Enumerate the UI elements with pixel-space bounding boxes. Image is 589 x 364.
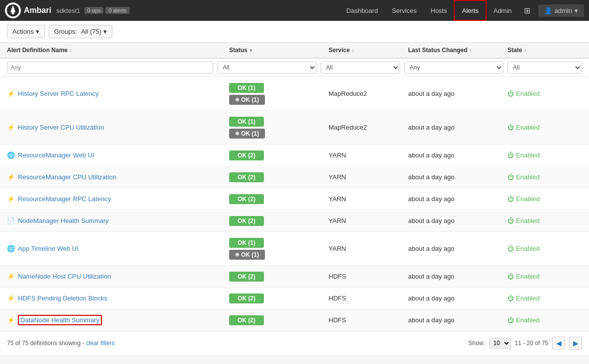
- actions-button[interactable]: Actions ▾: [7, 25, 45, 38]
- actions-caret-icon: ▾: [36, 28, 39, 35]
- col-service: Service ↕: [329, 47, 408, 54]
- power-icon: ⏻: [507, 273, 514, 280]
- last-changed-value: about a day ago: [408, 90, 454, 97]
- show-count-select[interactable]: 10 25 50: [489, 338, 511, 349]
- status-badge: OK (1): [229, 117, 264, 127]
- footer-clear-filters[interactable]: clear filters: [86, 340, 115, 347]
- col-state-sort[interactable]: ↕: [524, 48, 526, 53]
- power-icon: ⏻: [507, 195, 514, 203]
- col-name-label: Alert Definition Name: [7, 47, 68, 54]
- alert-name-link[interactable]: History Server CPU Utilization: [18, 124, 104, 131]
- status-cell: OK (2): [229, 212, 329, 230]
- globe-icon: 🌐: [7, 245, 15, 252]
- status-cell: OK (2): [229, 311, 329, 329]
- alert-name-link[interactable]: ResourceManager CPU Utilization: [18, 173, 116, 181]
- status-badge: OK (2): [229, 194, 264, 204]
- alert-name-link[interactable]: DataNode Health Summary: [18, 315, 102, 325]
- col-name-sort[interactable]: ↕: [70, 48, 72, 53]
- name-cell: ⚡ ResourceManager CPU Utilization: [7, 169, 229, 185]
- user-caret-icon: ▾: [575, 7, 578, 14]
- last-changed-cell: about a day ago: [408, 241, 507, 256]
- last-changed-value: about a day ago: [408, 245, 454, 252]
- status-cell: OK (2): [229, 168, 329, 186]
- power-icon: ⏻: [507, 124, 514, 131]
- service-value: HDFS: [329, 273, 346, 280]
- col-name: Alert Definition Name ↕: [7, 47, 229, 54]
- status-badge: ⊕ OK (1): [229, 250, 265, 260]
- last-changed-cell: about a day ago: [408, 86, 507, 101]
- table-row: ⚡ NameNode Host CPU Utilization OK (2) H…: [0, 266, 589, 288]
- lightning-icon: ⚡: [7, 294, 15, 302]
- alert-name-link[interactable]: ResourceManager RPC Latency: [18, 195, 111, 203]
- service-cell: YARN: [329, 147, 408, 163]
- filter-service-select[interactable]: All HDFS YARN MapReduce2: [321, 62, 400, 73]
- col-last-changed-label: Last Status Changed: [408, 47, 467, 54]
- name-cell: ⚡ ResourceManager RPC Latency: [7, 191, 229, 207]
- filter-status-select[interactable]: All OK WARNING CRITICAL: [217, 62, 317, 73]
- nav-admin[interactable]: Admin: [487, 0, 519, 21]
- status-cell: OK (2): [229, 190, 329, 208]
- user-icon: 👤: [544, 7, 552, 14]
- last-changed-cell: about a day ago: [408, 269, 507, 284]
- table-row: 📄 NodeManager Health Summary OK (2) YARN…: [0, 210, 589, 232]
- state-cell: ⏻ Enabled: [507, 191, 582, 207]
- table-row: 🌐 ResourceManager Web UI OK (2) YARN abo…: [0, 145, 589, 166]
- col-last-changed-sort[interactable]: ↕: [469, 48, 472, 53]
- state-cell: ⏻ Enabled: [507, 120, 582, 135]
- last-changed-value: about a day ago: [408, 195, 454, 203]
- lightning-icon: ⚡: [7, 124, 15, 131]
- last-changed-value: about a day ago: [408, 151, 454, 159]
- filter-name-input[interactable]: [7, 62, 213, 73]
- nav-hosts[interactable]: Hosts: [423, 0, 454, 21]
- globe-icon: 🌐: [7, 151, 15, 159]
- alert-name-link[interactable]: App Timeline Web UI: [18, 245, 79, 252]
- grid-icon[interactable]: ⊞: [519, 0, 535, 21]
- status-badge: OK (2): [229, 172, 264, 182]
- prev-page-button[interactable]: ◀: [552, 337, 565, 350]
- name-cell: 📄 NodeManager Health Summary: [7, 213, 229, 228]
- name-cell: ⚡ NameNode Host CPU Utilization: [7, 269, 229, 284]
- footer-filter-info: 75 of 75 definitions showing - clear fil…: [7, 340, 115, 347]
- state-cell: ⏻ Enabled: [507, 86, 582, 101]
- table-row: ⚡ ResourceManager CPU Utilization OK (2)…: [0, 166, 589, 188]
- lightning-icon: ⚡: [7, 195, 15, 203]
- groups-button[interactable]: Groups: All (75) ▾: [49, 25, 112, 38]
- nav-dashboard[interactable]: Dashboard: [339, 0, 385, 21]
- pagination-controls: Show: 10 25 50 11 - 20 of 75 ◀ ▶: [468, 337, 582, 350]
- toolbar: Actions ▾ Groups: All (75) ▾: [0, 21, 589, 43]
- service-value: YARN: [329, 151, 346, 159]
- last-changed-cell: about a day ago: [408, 147, 507, 163]
- state-value: Enabled: [516, 195, 540, 203]
- brand: Ambari: [5, 2, 51, 18]
- doc-icon: 📄: [7, 217, 15, 224]
- alert-name-link[interactable]: NameNode Host CPU Utilization: [18, 273, 111, 280]
- last-changed-cell: about a day ago: [408, 191, 507, 207]
- status-cell: OK (1)⊕ OK (1): [229, 113, 329, 143]
- power-icon: ⏻: [507, 245, 514, 252]
- actions-label: Actions: [12, 28, 34, 35]
- power-icon: ⏻: [507, 217, 514, 224]
- state-cell: ⏻ Enabled: [507, 213, 582, 228]
- col-status-sort[interactable]: ▾: [250, 48, 252, 53]
- alert-name-link[interactable]: ResourceManager Web UI: [18, 151, 94, 159]
- nav-alerts[interactable]: Alerts: [454, 0, 486, 21]
- nav-services[interactable]: Services: [385, 0, 423, 21]
- alert-name-link[interactable]: NodeManager Health Summary: [18, 217, 109, 224]
- filter-state-select[interactable]: All Enabled Disabled: [507, 62, 582, 73]
- user-menu-button[interactable]: 👤 admin ▾: [538, 4, 584, 17]
- status-badge: OK (1): [229, 238, 264, 248]
- col-service-sort[interactable]: ↕: [352, 48, 354, 53]
- state-value: Enabled: [516, 151, 540, 159]
- next-page-button[interactable]: ▶: [569, 337, 582, 350]
- alert-name-link[interactable]: HDFS Pending Deletion Blocks: [18, 294, 107, 302]
- nav-links: Dashboard Services Hosts Alerts Admin ⊞ …: [339, 0, 584, 21]
- state-value: Enabled: [516, 124, 540, 131]
- alert-name-link[interactable]: History Server RPC Latency: [18, 90, 99, 97]
- col-last-changed: Last Status Changed ↕: [408, 47, 507, 54]
- cluster-name: sdktest1: [56, 7, 80, 14]
- filter-row: All OK WARNING CRITICAL All HDFS YARN Ma…: [0, 59, 589, 77]
- filter-last-changed-select[interactable]: Any: [404, 62, 504, 73]
- brand-name: Ambari: [24, 6, 51, 15]
- table-row: ⚡ HDFS Pending Deletion Blocks OK (2) HD…: [0, 288, 589, 309]
- service-cell: YARN: [329, 213, 408, 228]
